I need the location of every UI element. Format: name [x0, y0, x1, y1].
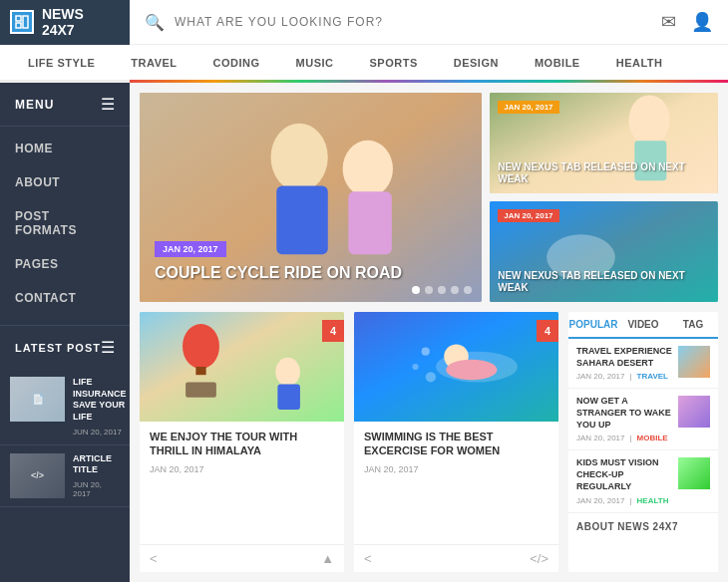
- popular-tab-tag[interactable]: TAG: [668, 312, 718, 337]
- svg-point-26: [426, 372, 436, 382]
- card-num-badge-1: 4: [322, 320, 344, 342]
- sidebar-post-title-1: LIFE INSURANCE SAVE YOUR LIFE: [73, 377, 127, 424]
- popular-item-sep-2: |: [629, 434, 631, 442]
- article-card-1: 4 WE ENJOY THE TOUR WITH THRILL IN HIMAL…: [140, 312, 344, 572]
- sidebar-post-2[interactable]: </> ARTICLE TITLE JUN 20, 2017: [0, 445, 130, 507]
- popular-item-img-1: [678, 346, 710, 378]
- sidebar-post-1[interactable]: 📄 LIFE INSURANCE SAVE YOUR LIFE JUN 20, …: [0, 369, 130, 445]
- svg-rect-0: [16, 16, 21, 21]
- sidebar-latest: LATEST POST ☰ 📄 LIFE INSURANCE SAVE YOUR…: [0, 325, 130, 507]
- hero-right-bottom-badge: JAN 20, 2017: [498, 209, 558, 222]
- sidebar-nav: HOME ABOUT POST FORMATS PAGES CONTACT: [0, 127, 130, 320]
- logo-area: NEWS 24X7: [0, 0, 130, 45]
- popular-item-content-1: TRAVEL EXPERIENCE SAHARA DESERT JAN 20, …: [576, 346, 672, 381]
- popular-item-date-3: JAN 20, 2017: [576, 496, 624, 505]
- sidebar-item-post-formats[interactable]: POST FORMATS: [0, 199, 130, 247]
- popular-item-3[interactable]: KIDS MUST VISION CHECK-UP REGULARLY JAN …: [568, 450, 718, 512]
- bookmark-icon-1[interactable]: ▲: [321, 551, 334, 566]
- svg-point-25: [412, 364, 418, 370]
- card-date-1: JAN 20, 2017: [150, 464, 334, 474]
- sidebar-item-pages[interactable]: PAGES: [0, 247, 130, 281]
- popular-tabs: POPULAR VIDEO TAG: [568, 312, 718, 339]
- hero-right-bottom[interactable]: JAN 20, 2017 NEW NEXUS TAB RELEASED ON N…: [490, 201, 718, 302]
- popular-item-1[interactable]: TRAVEL EXPERIENCE SAHARA DESERT JAN 20, …: [568, 339, 718, 389]
- popular-tab-popular[interactable]: POPULAR: [568, 312, 618, 339]
- nav-item-health[interactable]: HEALTH: [598, 44, 681, 82]
- hero-right-top-badge: JAN 20, 2017: [498, 101, 558, 114]
- sidebar-post-title-2: ARTICLE TITLE: [73, 453, 120, 476]
- nav-item-music[interactable]: MUSIC: [278, 44, 352, 82]
- hero-dot-2[interactable]: [425, 286, 433, 294]
- hero-dot-5[interactable]: [464, 286, 472, 294]
- search-input[interactable]: [175, 15, 631, 29]
- card-body-1: WE ENJOY THE TOUR WITH THRILL IN HIMALAY…: [140, 422, 344, 544]
- popular-tab-video[interactable]: VIDEO: [618, 312, 668, 337]
- nav-item-design[interactable]: DESIGN: [436, 44, 517, 82]
- svg-point-18: [275, 358, 300, 387]
- popular-item-meta-2: JAN 20, 2017 | MOBILE: [576, 434, 672, 442]
- sidebar-menu-label: MENU: [15, 98, 54, 112]
- sidebar-latest-icon: ☰: [101, 338, 115, 357]
- popular-item-cat-2: MOBILE: [637, 434, 668, 442]
- sidebar: MENU ☰ HOME ABOUT POST FORMATS PAGES CON…: [0, 83, 130, 582]
- hamburger-icon[interactable]: ☰: [101, 95, 115, 114]
- popular-about[interactable]: ABOUT NEWS 24X7: [568, 513, 718, 540]
- hero-right-bottom-text: NEW NEXUS TAB RELEASED ON NEXT WEAK: [498, 270, 710, 294]
- bookmark-icon-2[interactable]: </>: [530, 551, 548, 566]
- popular-item-title-3: KIDS MUST VISION CHECK-UP REGULARLY: [576, 457, 672, 492]
- popular-item-cat-1: TRAVEL: [637, 372, 668, 381]
- popular-item-title-2: NOW GET A STRANGER TO WAKE YOU UP: [576, 396, 672, 431]
- svg-point-24: [422, 348, 430, 356]
- svg-point-9: [629, 95, 670, 145]
- sidebar-post-content-1: LIFE INSURANCE SAVE YOUR LIFE JUN 20, 20…: [73, 377, 127, 436]
- svg-point-4: [271, 124, 328, 192]
- hero-right-top-title: NEW NEXUS TAB RELEASED ON NEXT WEAK: [498, 161, 710, 185]
- user-icon[interactable]: 👤: [691, 11, 713, 33]
- hero-title: COUPLE CYCLE RIDE ON ROAD: [155, 263, 467, 282]
- hero-dot-1[interactable]: [412, 286, 420, 294]
- popular-item-date-2: JAN 20, 2017: [576, 434, 624, 442]
- hero-right-top[interactable]: JAN 20, 2017 NEW NEXUS TAB RELEASED ON N…: [490, 93, 718, 193]
- sidebar-latest-label: LATEST POST: [15, 342, 101, 354]
- popular-item-img-2: [678, 396, 710, 428]
- content-area: JAN 20, 2017 COUPLE CYCLE RIDE ON ROAD: [130, 83, 728, 582]
- nav-item-coding[interactable]: CODING: [195, 44, 278, 82]
- sidebar-item-home[interactable]: HOME: [0, 132, 130, 165]
- hero-dot-3[interactable]: [438, 286, 446, 294]
- card-footer-1: < ▲: [140, 544, 344, 572]
- card-footer-2: < </>: [354, 544, 558, 572]
- sidebar-menu-header: MENU ☰: [0, 83, 130, 127]
- svg-rect-17: [185, 382, 216, 397]
- share-icon-2[interactable]: <: [364, 551, 372, 566]
- svg-rect-1: [16, 23, 21, 28]
- hero-main[interactable]: JAN 20, 2017 COUPLE CYCLE RIDE ON ROAD: [140, 93, 482, 302]
- popular-item-2[interactable]: NOW GET A STRANGER TO WAKE YOU UP JAN 20…: [568, 389, 718, 450]
- hero-dot-4[interactable]: [451, 286, 459, 294]
- cards-row: 4 WE ENJOY THE TOUR WITH THRILL IN HIMAL…: [140, 312, 718, 572]
- card-img-2: 4: [354, 312, 558, 422]
- hero-slider: JAN 20, 2017 COUPLE CYCLE RIDE ON ROAD: [140, 93, 718, 302]
- popular-item-title-1: TRAVEL EXPERIENCE SAHARA DESERT: [576, 346, 672, 369]
- hero-right-bottom-title: NEW NEXUS TAB RELEASED ON NEXT WEAK: [498, 270, 710, 294]
- nav-bar: LIFE STYLE TRAVEL CODING MUSIC SPORTS DE…: [0, 45, 728, 83]
- sidebar-item-about[interactable]: ABOUT: [0, 165, 130, 199]
- sidebar-post-content-2: ARTICLE TITLE JUN 20, 2017: [73, 453, 120, 498]
- email-icon[interactable]: ✉: [661, 11, 676, 33]
- sidebar-post-date-1: JUN 20, 2017: [73, 428, 127, 436]
- card-date-2: JAN 20, 2017: [364, 464, 548, 474]
- card-num-badge-2: 4: [537, 320, 558, 342]
- nav-item-sports[interactable]: SPORTS: [351, 44, 435, 82]
- popular-panel: POPULAR VIDEO TAG TRAVEL EXPERIENCE SAHA…: [568, 312, 718, 572]
- logo-icon: [10, 10, 34, 34]
- popular-item-content-3: KIDS MUST VISION CHECK-UP REGULARLY JAN …: [576, 457, 672, 504]
- hero-dots: [412, 286, 472, 294]
- svg-point-15: [182, 324, 219, 369]
- popular-item-meta-3: JAN 20, 2017 | HEALTH: [576, 496, 672, 505]
- nav-item-lifestyle[interactable]: LIFE STYLE: [10, 44, 113, 82]
- nav-item-travel[interactable]: TRAVEL: [113, 44, 194, 82]
- nav-item-mobile[interactable]: MOBILE: [517, 44, 598, 82]
- sidebar-item-contact[interactable]: CONTACT: [0, 281, 130, 315]
- card-image-2: [354, 312, 558, 422]
- card-title-1: WE ENJOY THE TOUR WITH THRILL IN HIMALAY…: [150, 430, 334, 458]
- share-icon-1[interactable]: <: [150, 551, 158, 566]
